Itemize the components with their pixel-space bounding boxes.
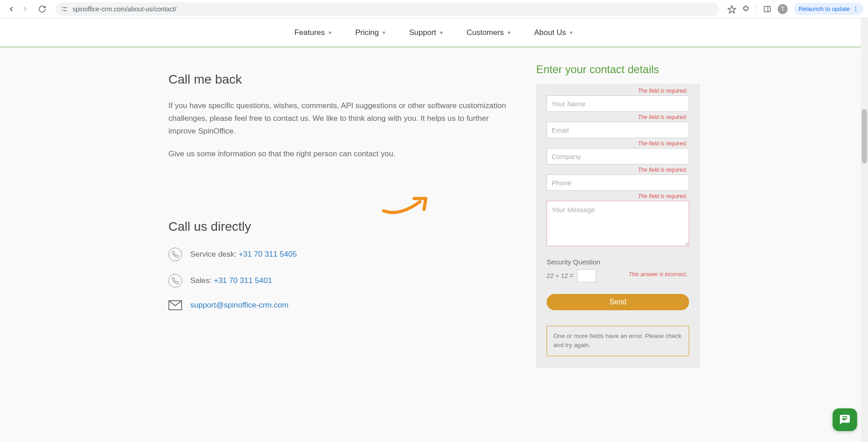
phone-input[interactable] xyxy=(547,174,689,191)
relaunch-label: Relaunch to update xyxy=(799,5,850,12)
back-button[interactable] xyxy=(7,5,15,13)
security-row: 22 + 12 = This answer is incorrect. xyxy=(547,269,689,282)
profile-avatar[interactable]: T xyxy=(778,4,788,14)
security-label: Security Question xyxy=(547,258,689,266)
sales-phone-link[interactable]: +31 70 311 5401 xyxy=(214,276,272,285)
svg-marker-4 xyxy=(728,5,736,13)
mail-icon xyxy=(168,300,182,310)
more-icon xyxy=(853,6,859,12)
message-textarea[interactable] xyxy=(547,201,689,246)
nav-customers[interactable]: Customers ▼ xyxy=(467,28,512,37)
field-company-wrap: The field is required. xyxy=(547,148,689,164)
chat-button[interactable] xyxy=(833,408,857,431)
call-me-back-heading: Call me back xyxy=(168,72,509,87)
company-input[interactable] xyxy=(547,148,689,164)
intro-paragraph-2: Give us some information so that the rig… xyxy=(168,148,509,160)
nav-arrows xyxy=(5,5,32,13)
reload-button[interactable] xyxy=(38,5,46,13)
svg-rect-5 xyxy=(764,6,770,12)
svg-point-0 xyxy=(62,7,63,8)
svg-point-7 xyxy=(855,6,856,7)
phone-icon xyxy=(168,248,182,261)
nav-support[interactable]: Support ▼ xyxy=(409,28,444,37)
form-title: Enter your contact details xyxy=(536,63,700,76)
send-button[interactable]: Send xyxy=(547,294,689,310)
email-row: support@spinoffice-crm.com xyxy=(168,300,509,310)
chevron-down-icon: ▼ xyxy=(507,30,512,35)
chat-icon xyxy=(839,414,851,426)
contact-form: The field is required. The field is requ… xyxy=(536,84,700,368)
content-container: Call me back If you have specific questi… xyxy=(155,47,713,386)
name-input[interactable] xyxy=(547,95,689,112)
email-input[interactable] xyxy=(547,122,689,138)
site-info-icon[interactable] xyxy=(61,5,68,13)
security-error: This answer is incorrect. xyxy=(629,271,687,278)
name-error: The field is required. xyxy=(638,88,687,94)
service-desk-row: Service desk: +31 70 311 5405 xyxy=(168,248,509,261)
security-input[interactable] xyxy=(577,269,596,282)
page-wrapper: Call me back If you have specific questi… xyxy=(0,47,868,442)
scrollbar[interactable] xyxy=(861,18,868,442)
extensions-icon[interactable] xyxy=(742,5,750,13)
svg-point-8 xyxy=(855,8,856,9)
form-error-message: One or more fields have an error. Please… xyxy=(547,326,689,356)
nav-pricing[interactable]: Pricing ▼ xyxy=(355,28,386,37)
svg-point-9 xyxy=(855,10,856,11)
svg-point-1 xyxy=(62,10,63,11)
phone-error: The field is required. xyxy=(638,167,687,173)
arrow-icon xyxy=(381,195,431,218)
call-us-heading: Call us directly xyxy=(168,219,509,234)
right-column: Enter your contact details The field is … xyxy=(536,63,700,368)
forward-button[interactable] xyxy=(21,5,29,13)
panel-icon[interactable] xyxy=(763,5,771,13)
chevron-down-icon: ▼ xyxy=(381,30,386,35)
chevron-down-icon: ▼ xyxy=(439,30,444,35)
chrome-actions: T Relaunch to update xyxy=(723,3,863,15)
field-email-wrap: The field is required. xyxy=(547,122,689,138)
svg-rect-2 xyxy=(64,7,67,8)
sales-row: Sales: +31 70 311 5401 xyxy=(168,274,509,288)
relaunch-button[interactable]: Relaunch to update xyxy=(794,3,863,15)
chevron-down-icon: ▼ xyxy=(569,30,574,35)
field-name-wrap: The field is required. xyxy=(547,95,689,112)
nav-about-us[interactable]: About Us ▼ xyxy=(534,28,574,37)
field-message-wrap: The field is required. xyxy=(547,201,689,248)
main-nav: Features ▼ Pricing ▼ Support ▼ Customers… xyxy=(0,18,868,47)
service-desk-label: Service desk: xyxy=(190,250,239,258)
field-phone-wrap: The field is required. xyxy=(547,174,689,191)
message-error: The field is required. xyxy=(638,193,687,199)
browser-chrome: spinoffice-crm.com/about-us/contact/ T R… xyxy=(0,0,868,18)
url-text: spinoffice-crm.com/about-us/contact/ xyxy=(73,5,177,13)
url-bar[interactable]: spinoffice-crm.com/about-us/contact/ xyxy=(55,2,719,16)
nav-features[interactable]: Features ▼ xyxy=(294,28,332,37)
chevron-down-icon: ▼ xyxy=(328,30,333,35)
company-error: The field is required. xyxy=(638,140,687,147)
support-email-link[interactable]: support@spinoffice-crm.com xyxy=(190,301,288,310)
divider xyxy=(756,5,757,14)
phone-icon xyxy=(168,274,182,288)
service-desk-phone-link[interactable]: +31 70 311 5405 xyxy=(239,250,297,258)
svg-rect-3 xyxy=(64,10,67,10)
email-error: The field is required. xyxy=(638,114,687,120)
scroll-thumb[interactable] xyxy=(862,109,867,164)
left-column: Call me back If you have specific questi… xyxy=(168,63,509,368)
intro-paragraph-1: If you have specific questions, wishes, … xyxy=(168,99,509,138)
star-icon[interactable] xyxy=(727,5,735,13)
sales-label: Sales: xyxy=(190,276,214,285)
security-question: 22 + 12 = xyxy=(547,272,573,279)
